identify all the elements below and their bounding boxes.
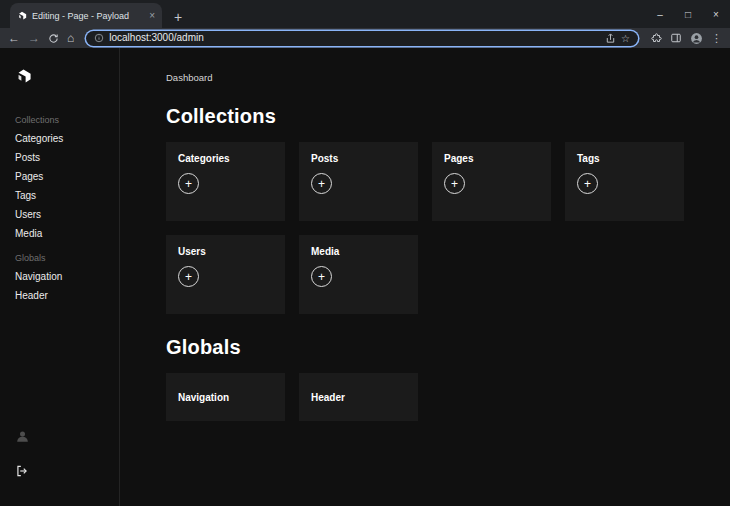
home-icon[interactable]: ⌂ <box>67 32 74 44</box>
card-title: Navigation <box>178 392 229 403</box>
tab-title: Editing - Page - Payload <box>32 11 144 21</box>
card-title: Header <box>311 392 345 403</box>
logout-icon[interactable] <box>15 464 29 481</box>
bookmark-star-icon[interactable]: ☆ <box>621 33 630 44</box>
payload-admin-app: Collections Categories Posts Pages Tags … <box>0 48 730 506</box>
forward-icon[interactable]: → <box>28 32 40 44</box>
tab-close-icon[interactable]: × <box>149 11 155 21</box>
site-info-icon[interactable] <box>94 33 104 43</box>
sidebar-footer <box>15 429 104 482</box>
sidebar-globals-label: Globals <box>15 253 104 263</box>
collection-card-users[interactable]: Users + <box>166 235 285 314</box>
sidebar-item-media[interactable]: Media <box>15 229 104 239</box>
sidebar-item-posts[interactable]: Posts <box>15 153 104 163</box>
card-title: Pages <box>444 153 539 164</box>
card-title: Users <box>178 246 273 257</box>
window-close-button[interactable]: × <box>702 9 730 20</box>
sidebar-item-tags[interactable]: Tags <box>15 191 104 201</box>
globals-heading: Globals <box>166 336 684 359</box>
account-avatar-icon[interactable] <box>15 429 104 448</box>
collections-grid: Categories + Posts + Pages + Tags + User… <box>166 142 684 314</box>
sidebar-item-categories[interactable]: Categories <box>15 134 104 144</box>
breadcrumb[interactable]: Dashboard <box>166 72 684 83</box>
reload-icon[interactable] <box>48 33 59 44</box>
share-icon[interactable] <box>605 33 616 44</box>
sidebar-collections-label: Collections <box>15 115 104 125</box>
sidebar-item-navigation[interactable]: Navigation <box>15 272 104 282</box>
collection-card-posts[interactable]: Posts + <box>299 142 418 221</box>
browser-profile-avatar[interactable] <box>690 32 703 45</box>
create-new-icon[interactable]: + <box>311 173 332 194</box>
collection-card-pages[interactable]: Pages + <box>432 142 551 221</box>
create-new-icon[interactable]: + <box>577 173 598 194</box>
sidebar-item-users[interactable]: Users <box>15 210 104 220</box>
global-card-header[interactable]: Header <box>299 373 418 421</box>
side-panel-icon[interactable] <box>670 32 682 44</box>
browser-tabstrip: Editing - Page - Payload × + – □ × <box>0 0 730 28</box>
collection-card-categories[interactable]: Categories + <box>166 142 285 221</box>
maximize-button[interactable]: □ <box>674 9 702 20</box>
sidebar-item-header[interactable]: Header <box>15 291 104 301</box>
create-new-icon[interactable]: + <box>311 266 332 287</box>
globals-grid: Navigation Header <box>166 373 684 421</box>
back-icon[interactable]: ← <box>8 32 20 44</box>
create-new-icon[interactable]: + <box>178 266 199 287</box>
payload-logo-icon[interactable] <box>15 68 104 85</box>
browser-tab[interactable]: Editing - Page - Payload × <box>10 3 162 28</box>
card-title: Categories <box>178 153 273 164</box>
minimize-button[interactable]: – <box>646 9 674 20</box>
collections-heading: Collections <box>166 105 684 128</box>
browser-menu-icon[interactable]: ⋮ <box>711 32 722 45</box>
browser-toolbar: ← → ⌂ localhost:3000/admin ☆ ⋮ <box>0 28 730 48</box>
collection-card-tags[interactable]: Tags + <box>565 142 684 221</box>
global-card-navigation[interactable]: Navigation <box>166 373 285 421</box>
payload-favicon-icon <box>17 11 27 21</box>
address-bar[interactable]: localhost:3000/admin ☆ <box>86 31 638 46</box>
window-controls: – □ × <box>646 0 730 28</box>
create-new-icon[interactable]: + <box>444 173 465 194</box>
card-title: Media <box>311 246 406 257</box>
extensions-puzzle-icon[interactable] <box>650 32 662 44</box>
collection-card-media[interactable]: Media + <box>299 235 418 314</box>
card-title: Tags <box>577 153 672 164</box>
card-title: Posts <box>311 153 406 164</box>
url-text[interactable]: localhost:3000/admin <box>109 33 600 43</box>
create-new-icon[interactable]: + <box>178 173 199 194</box>
sidebar: Collections Categories Posts Pages Tags … <box>0 48 120 506</box>
new-tab-button[interactable]: + <box>174 10 182 24</box>
dashboard-main: Dashboard Collections Categories + Posts… <box>120 48 730 506</box>
sidebar-item-pages[interactable]: Pages <box>15 172 104 182</box>
